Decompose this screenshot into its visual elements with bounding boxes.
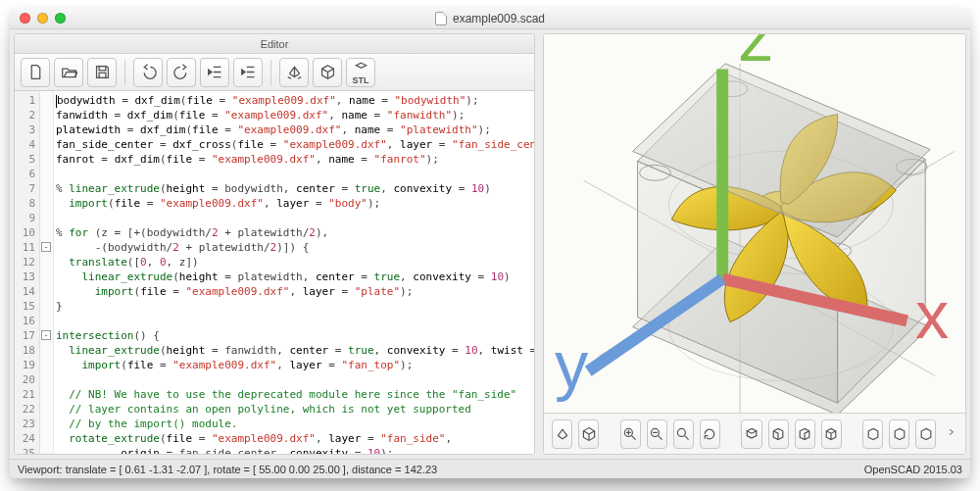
view3d[interactable]: z x y	[544, 34, 965, 454]
view-front-button[interactable]	[768, 419, 789, 449]
zoom-in-button[interactable]	[620, 419, 641, 449]
viewer-preview-button[interactable]	[552, 419, 572, 449]
viewer-toolbar	[544, 413, 965, 454]
svg-line-20	[588, 279, 722, 371]
preview-button[interactable]	[279, 58, 309, 87]
svg-line-19	[722, 279, 906, 321]
zoom-out-button[interactable]	[647, 419, 667, 449]
code-editor[interactable]: 1 2 3 4 5 6 7 8 9 10 11 12 13 14 15 16 1…	[15, 91, 534, 454]
editor-toolbar: STL	[15, 54, 534, 91]
svg-rect-0	[99, 67, 106, 71]
document-icon	[435, 12, 447, 25]
app-window: example009.scad Editor STL 1 2 3 4	[10, 8, 970, 478]
statusbar: Viewport: translate = [ 0.61 -1.31 -2.07…	[10, 459, 970, 478]
line-gutter: 1 2 3 4 5 6 7 8 9 10 11 12 13 14 15 16 1…	[15, 91, 40, 454]
viewer-more-button[interactable]	[948, 425, 957, 443]
undo-button[interactable]	[133, 58, 163, 87]
fold-toggle[interactable]: -	[41, 330, 51, 340]
viewer-panel: z x y	[543, 33, 966, 455]
view-top-button[interactable]	[741, 419, 761, 449]
window-title: example009.scad	[453, 12, 545, 25]
view-back-button[interactable]	[862, 419, 883, 449]
fold-toggle[interactable]: -	[41, 242, 51, 252]
view-bottom-button[interactable]	[915, 419, 936, 449]
viewport-status: Viewport: translate = [ 0.61 -1.31 -2.07…	[18, 464, 437, 475]
version-label: OpenSCAD 2015.03	[864, 464, 962, 475]
export-stl-button[interactable]: STL	[346, 58, 375, 87]
axis-z-label: z	[739, 33, 772, 75]
axis-x-label: x	[915, 277, 949, 353]
indent-button[interactable]	[233, 58, 263, 87]
render-button[interactable]	[313, 58, 342, 87]
svg-point-23	[678, 428, 686, 436]
save-button[interactable]	[87, 58, 117, 87]
refresh-view-button[interactable]	[700, 419, 720, 449]
titlebar: example009.scad	[10, 8, 970, 29]
code-body[interactable]: bodywidth = dxf_dim(file = "example009.d…	[54, 91, 534, 454]
view-right-button[interactable]	[795, 419, 815, 449]
redo-button[interactable]	[167, 58, 196, 87]
fold-column[interactable]: --	[40, 91, 54, 454]
editor-header: Editor	[15, 34, 534, 54]
stl-label: STL	[353, 76, 369, 85]
view-left-button[interactable]	[889, 419, 909, 449]
viewer-render-button[interactable]	[578, 419, 599, 449]
editor-panel: Editor STL 1 2 3 4 5 6 7 8 9 10 11 12 13…	[14, 33, 535, 455]
reset-zoom-button[interactable]	[673, 419, 694, 449]
new-button[interactable]	[21, 58, 50, 87]
open-button[interactable]	[54, 58, 83, 87]
axis-y-label: y	[555, 327, 589, 403]
view-diag-button[interactable]	[821, 419, 842, 449]
unindent-button[interactable]	[200, 58, 229, 87]
axes-indicator: z x y	[554, 33, 966, 405]
svg-rect-1	[99, 73, 106, 77]
